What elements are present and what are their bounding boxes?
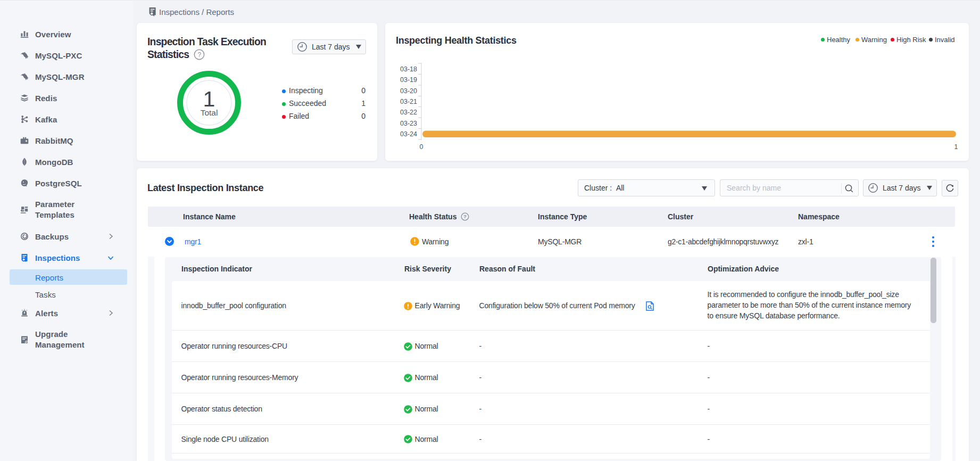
svg-text:?: ? bbox=[198, 51, 202, 59]
svg-text:?: ? bbox=[463, 213, 467, 219]
